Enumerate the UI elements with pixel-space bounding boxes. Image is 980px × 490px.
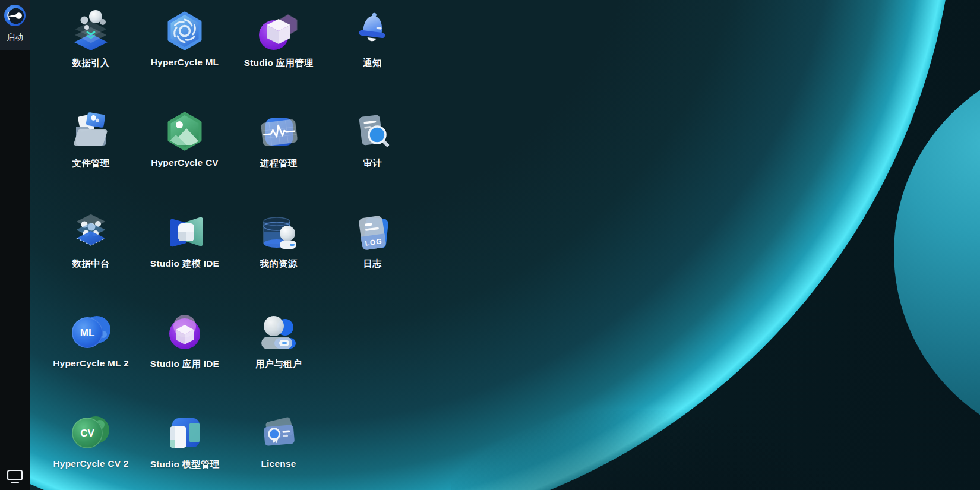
app-data-ingestion[interactable]: 数据引入 [44, 4, 138, 104]
app-label: 审计 [363, 157, 381, 170]
app-label: 数据引入 [72, 57, 110, 69]
app-label: 我的资源 [260, 258, 298, 270]
my-resources-database-icon [257, 210, 301, 254]
app-grid: 数据引入 HyperCycle ML [44, 4, 419, 490]
log-document-icon: LOG [350, 210, 394, 254]
app-label: 进程管理 [260, 157, 298, 170]
data-ingestion-icon [69, 9, 113, 53]
studio-app-ide-icon [163, 310, 207, 354]
app-label: 文件管理 [72, 157, 110, 170]
app-studio-model-management[interactable]: Studio 模型管理 [138, 405, 232, 490]
app-hypercycle-cv-2[interactable]: CV HyperCycle CV 2 [44, 405, 138, 490]
cv-text: CV [80, 428, 94, 439]
display-monitor-icon [7, 469, 23, 486]
app-label: HyperCycle ML [151, 57, 219, 68]
notification-bell-icon [350, 9, 394, 53]
studio-modeling-ide-icon [163, 210, 207, 254]
data-platform-layers-icon [69, 210, 113, 254]
display-settings-button[interactable] [0, 469, 30, 486]
app-studio-app-management[interactable]: Studio 应用管理 [232, 4, 325, 104]
app-users-tenants[interactable]: 用户与租户 [232, 305, 325, 405]
app-process-management[interactable]: 进程管理 [232, 104, 325, 204]
app-label: License [261, 459, 296, 469]
app-label: 日志 [363, 258, 381, 270]
app-hypercycle-ml[interactable]: HyperCycle ML [138, 4, 232, 104]
hypercycle-ml-icon [163, 9, 207, 53]
app-my-resources[interactable]: 我的资源 [232, 204, 325, 305]
hypercycle-cv-2-icon: CV [69, 410, 113, 454]
app-label: Studio 应用管理 [244, 57, 314, 69]
app-logs[interactable]: LOG 日志 [325, 204, 419, 305]
studio-model-management-icon [163, 410, 207, 454]
app-license[interactable]: License [232, 405, 325, 490]
wallpaper-rim-fade [451, 410, 879, 490]
app-hypercycle-cv[interactable]: HyperCycle CV [138, 104, 232, 204]
app-file-management[interactable]: 文件管理 [44, 104, 138, 204]
app-label: 用户与租户 [255, 358, 302, 371]
app-label: Studio 应用 IDE [150, 358, 219, 371]
app-label: HyperCycle CV [151, 157, 219, 168]
app-label: 通知 [363, 57, 381, 69]
launch-label: 启动 [7, 32, 23, 42]
process-monitor-icon [257, 109, 301, 153]
hypercycle-ml-2-icon: ML [69, 310, 113, 354]
app-label: 数据中台 [72, 258, 110, 270]
hypercycle-cv-icon [163, 109, 207, 153]
audit-magnifier-icon [350, 109, 394, 153]
app-label: HyperCycle ML 2 [53, 358, 129, 369]
app-data-platform[interactable]: 数据中台 [44, 204, 138, 305]
app-label: HyperCycle CV 2 [53, 459, 128, 469]
app-hypercycle-ml-2[interactable]: ML HyperCycle ML 2 [44, 305, 138, 405]
sidebar: 启动 [0, 0, 30, 490]
app-audit[interactable]: 审计 [325, 104, 419, 204]
license-certificate-icon [257, 410, 301, 454]
app-notifications[interactable]: 通知 [325, 4, 419, 104]
users-tenants-icon [257, 310, 301, 354]
app-studio-modeling-ide[interactable]: Studio 建模 IDE [138, 204, 232, 305]
app-label: Studio 模型管理 [150, 459, 220, 471]
file-manager-folder-icon [69, 109, 113, 153]
launcher-logo-icon [4, 4, 26, 29]
studio-app-management-icon [257, 9, 301, 53]
app-studio-app-ide[interactable]: Studio 应用 IDE [138, 305, 232, 405]
sidebar-item-launch[interactable]: 启动 [0, 0, 30, 50]
app-label: Studio 建模 IDE [150, 258, 219, 270]
ml-text: ML [80, 327, 95, 339]
